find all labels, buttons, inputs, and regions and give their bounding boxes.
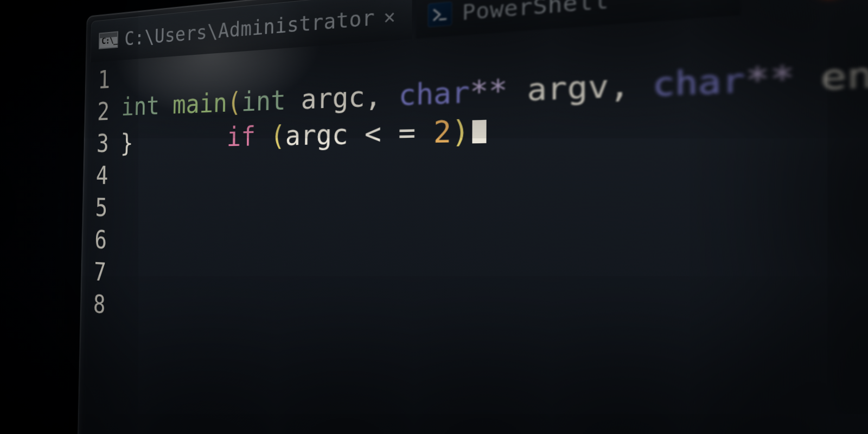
code-editor[interactable]: 1 int main(int argc, char** argv, char**… [80, 0, 868, 434]
line-number: 7 [94, 258, 118, 288]
line-number: 3 [97, 129, 121, 158]
line-number: 5 [95, 193, 119, 222]
svg-line-0 [440, 19, 446, 20]
cmd-icon: C:\_ [99, 31, 118, 49]
line-number: 6 [94, 225, 119, 254]
line-number: 2 [97, 97, 122, 126]
tab-title: C:\Users\Administrator [124, 4, 375, 50]
line-number: 8 [93, 290, 117, 320]
tab-title: PowerShell [462, 0, 609, 25]
text-cursor [473, 120, 487, 143]
line-number: 1 [98, 65, 122, 94]
terminal-window: C:\_ C:\Users\Administrator ✕ PowerShell… [76, 0, 868, 434]
close-icon[interactable]: ✕ [705, 0, 718, 3]
powershell-icon [428, 2, 452, 28]
close-icon[interactable]: ✕ [384, 4, 395, 28]
line-number: 4 [95, 161, 120, 190]
